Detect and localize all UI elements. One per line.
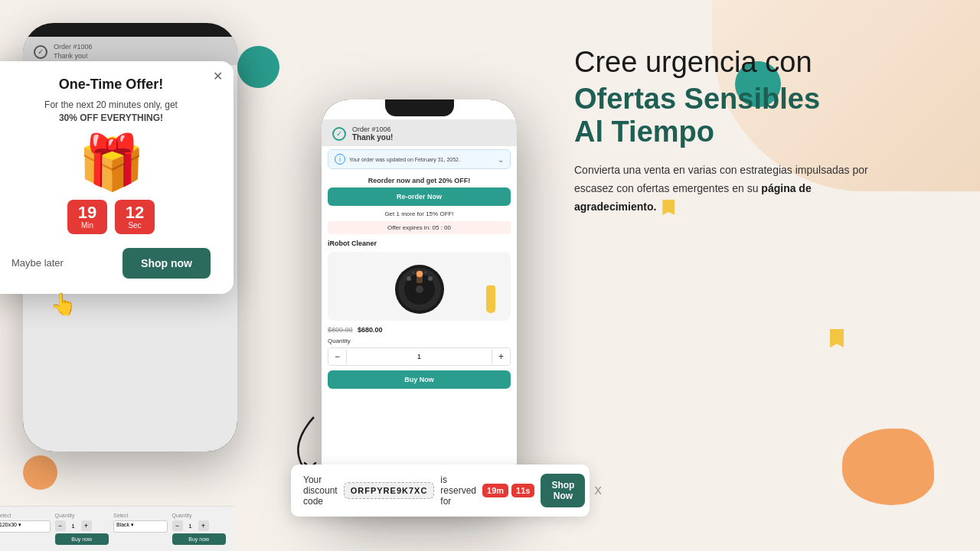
discount-timer-sec: 11s	[511, 484, 534, 497]
discount-close-button[interactable]: X	[594, 484, 601, 497]
popup-timer: 19 Min 12 Sec	[4, 200, 218, 234]
bottle-decoration	[486, 285, 495, 313]
qty-plus-1[interactable]: +	[81, 520, 92, 531]
phone-2-status-bar: ✓ Order #1006 Thank you!	[322, 119, 517, 146]
buy-now-btn-1[interactable]: Buy now	[55, 533, 109, 545]
qty-increment[interactable]: +	[492, 348, 510, 365]
popup-close-button[interactable]: ✕	[213, 69, 223, 83]
size-select[interactable]: 120x30 ▾	[0, 520, 51, 533]
discount-bar: Your discount code ORFPYRE9K7XC is reser…	[291, 465, 590, 517]
qty-minus-2[interactable]: −	[172, 520, 183, 531]
reorder-banner: Reorder now and get 20% OFF!	[322, 172, 517, 187]
qty-value-2: 1	[185, 523, 196, 530]
phone-2-screen: ✓ Order #1006 Thank you! i Your order wa…	[322, 99, 517, 505]
product-name: iRobot Cleaner	[322, 236, 517, 249]
qty-display: 1	[346, 350, 492, 364]
product-image	[328, 252, 511, 321]
main-container: ✓ Order #1006 Thank you! ✕ One-Time Offe…	[0, 0, 980, 551]
quantity-selector: − 1 +	[328, 347, 511, 366]
color-column: Select Black ▾	[113, 513, 168, 545]
timer-seconds: 12 Sec	[115, 200, 155, 234]
qty-plus-2[interactable]: +	[198, 520, 209, 531]
info-chevron-icon: ⌄	[498, 155, 504, 164]
buy-now-button[interactable]: Buy Now	[328, 370, 511, 389]
body-text: Convierta una venta en varias con estrat…	[574, 161, 896, 216]
phone-1-order-text: Order #1006 Thank you!	[54, 43, 93, 60]
get-more-text: Get 1 more for 15% OFF!	[322, 209, 517, 219]
irobot-image	[389, 256, 450, 317]
headline-main: Ofertas Sensibles	[574, 83, 949, 116]
discount-text-1: Your discount code	[303, 474, 338, 507]
popup-gift-icon: 🎁	[4, 135, 218, 189]
discount-code: ORFPYRE9K7XC	[344, 482, 435, 499]
qty-column-1: Quantity − 1 + Buy now	[55, 513, 109, 545]
discount-timer-min: 19m	[482, 484, 508, 497]
svg-point-3	[416, 285, 423, 293]
qty-value-1: 1	[68, 523, 79, 530]
phone-2-notch	[385, 99, 454, 116]
headline-last: Al Tiempo	[574, 116, 949, 149]
popup-title: One-Time Offer!	[4, 77, 218, 93]
qty-row-2: − 1 +	[172, 520, 227, 531]
color-select[interactable]: Black ▾	[113, 520, 168, 533]
reorder-now-button[interactable]: Re-order Now	[328, 187, 511, 206]
info-icon: i	[335, 154, 345, 165]
headline-top: Cree urgencia con	[574, 46, 949, 80]
popup-one-time-offer: ✕ One-Time Offer! For the next 20 minute…	[0, 61, 234, 294]
maybe-later-button[interactable]: Maybe later	[11, 257, 64, 269]
qty-minus-1[interactable]: −	[55, 520, 66, 531]
phone-2: ✓ Order #1006 Thank you! i Your order wa…	[322, 99, 517, 505]
phone-1-notch	[100, 23, 161, 37]
svg-point-7	[428, 276, 433, 281]
qty-column-2: Quantity − 1 + Buy now	[172, 513, 227, 545]
discount-text-2: is reserved for	[440, 474, 476, 507]
offer-expires: Offer expires in: 05 : 00	[328, 221, 511, 234]
phones-section: ✓ Order #1006 Thank you! ✕ One-Time Offe…	[0, 0, 559, 551]
phone-2-order-text: Order #1006 Thank you!	[352, 126, 393, 142]
timer-minutes: 19 Min	[67, 200, 107, 234]
phone-1-check-icon: ✓	[34, 45, 47, 59]
size-column: Select 120x30 ▾	[0, 513, 51, 545]
svg-rect-5	[416, 271, 423, 283]
phone-2-info-bar: i Your order was updated on February 31,…	[328, 149, 511, 169]
svg-point-8	[412, 272, 414, 274]
phone-1-bottom-bar: Select 120x30 ▾ Quantity − 1 + Buy now S…	[0, 506, 234, 551]
popup-actions: Maybe later Shop now	[4, 248, 218, 279]
buy-now-btn-2[interactable]: Buy now	[172, 533, 227, 545]
qty-row-1: − 1 +	[55, 520, 109, 531]
qty-decrement[interactable]: −	[328, 348, 346, 365]
svg-point-6	[407, 276, 411, 281]
product-price: $800.00 $680.00	[322, 324, 517, 336]
phone-2-check-icon: ✓	[332, 127, 346, 141]
cursor-icon: 👆	[50, 292, 77, 317]
quantity-label: Quantity	[322, 336, 517, 346]
text-section: Cree urgencia con Ofertas Sensibles Al T…	[559, 0, 980, 246]
bookmark-icon	[662, 200, 675, 215]
shop-now-bar-button[interactable]: Shop Now	[541, 474, 585, 507]
popup-subtitle: For the next 20 minutes only, get 30% OF…	[4, 99, 218, 125]
discount-timer: 19m 11s	[482, 484, 534, 497]
svg-point-9	[424, 272, 426, 274]
shop-now-button[interactable]: Shop now	[122, 248, 211, 279]
